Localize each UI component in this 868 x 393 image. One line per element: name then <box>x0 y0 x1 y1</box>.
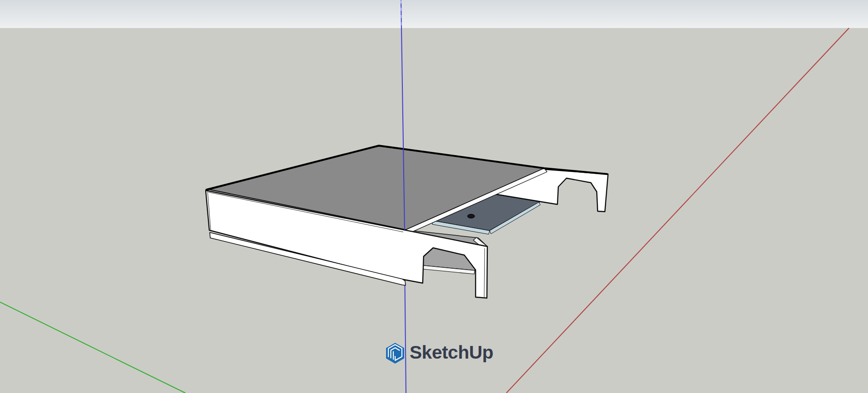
sketchup-viewport[interactable]: SketchUp <box>0 0 868 393</box>
sketchup-watermark-text: SketchUp <box>410 342 493 363</box>
sky <box>0 0 868 28</box>
scene-shapes <box>0 0 868 393</box>
viewport-canvas[interactable]: SketchUp <box>0 0 868 393</box>
model-plate-hole[interactable] <box>467 214 475 218</box>
